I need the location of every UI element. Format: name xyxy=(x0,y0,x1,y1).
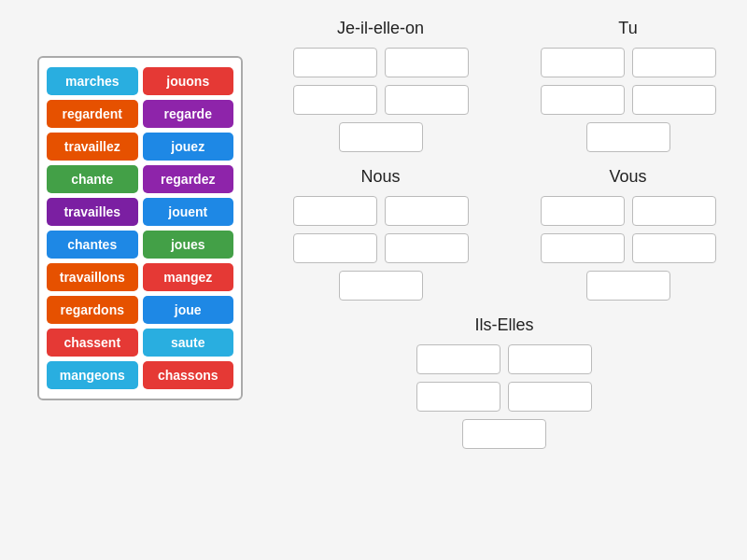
word-btn-chante[interactable]: chante xyxy=(47,165,138,193)
drop-box[interactable] xyxy=(632,196,716,226)
word-btn-jouez[interactable]: jouez xyxy=(143,133,234,161)
word-btn-saute[interactable]: saute xyxy=(143,329,234,357)
drop-box[interactable] xyxy=(541,85,625,115)
drop-zones: Je-il-elle-on Tu xyxy=(271,19,738,466)
drop-box[interactable] xyxy=(462,419,546,449)
drop-box[interactable] xyxy=(385,196,469,226)
drop-box[interactable] xyxy=(541,233,625,263)
drop-box[interactable] xyxy=(293,196,377,226)
drop-box[interactable] xyxy=(385,233,469,263)
word-btn-mangeons[interactable]: mangeons xyxy=(47,361,138,389)
drop-box[interactable] xyxy=(339,122,423,152)
word-btn-chassent[interactable]: chassent xyxy=(47,329,138,357)
drop-box[interactable] xyxy=(632,85,716,115)
drop-box[interactable] xyxy=(385,85,469,115)
word-btn-chassons[interactable]: chassons xyxy=(143,361,234,389)
word-btn-marches[interactable]: marches xyxy=(47,67,138,95)
section-nous: Nous xyxy=(271,167,490,308)
drop-box[interactable] xyxy=(508,382,592,412)
word-btn-mangez[interactable]: mangez xyxy=(143,263,234,291)
section-tu: Tu xyxy=(518,19,738,160)
section-ils-elles-title: Ils-Elles xyxy=(271,315,738,335)
drop-box[interactable] xyxy=(508,344,592,374)
word-btn-regardez[interactable]: regardez xyxy=(143,165,234,193)
word-btn-travaillons[interactable]: travaillons xyxy=(47,263,138,291)
section-ils-elles: Ils-Elles xyxy=(271,315,738,449)
word-btn-regarde[interactable]: regarde xyxy=(143,100,234,128)
word-btn-travaillez[interactable]: travaillez xyxy=(47,133,138,161)
word-btn-chantes[interactable]: chantes xyxy=(47,231,138,259)
word-bank: marchesjouonsregardentregardetravaillezj… xyxy=(37,56,243,400)
word-btn-jouons[interactable]: jouons xyxy=(143,67,234,95)
word-btn-travailles[interactable]: travailles xyxy=(47,198,138,226)
word-btn-regardons[interactable]: regardons xyxy=(47,296,138,324)
drop-box[interactable] xyxy=(586,271,670,301)
drop-box[interactable] xyxy=(416,344,500,374)
drop-box[interactable] xyxy=(293,233,377,263)
drop-box[interactable] xyxy=(632,233,716,263)
drop-box[interactable] xyxy=(339,271,423,301)
section-je-il-elle-on-title: Je-il-elle-on xyxy=(271,19,490,38)
section-vous-title: Vous xyxy=(518,167,738,187)
word-btn-jouent[interactable]: jouent xyxy=(143,198,234,226)
word-btn-joues[interactable]: joues xyxy=(143,231,234,259)
drop-box[interactable] xyxy=(293,85,377,115)
drop-box[interactable] xyxy=(632,48,716,77)
section-je-il-elle-on: Je-il-elle-on xyxy=(271,19,490,160)
drop-box[interactable] xyxy=(541,196,625,226)
section-nous-title: Nous xyxy=(271,167,490,187)
drop-box[interactable] xyxy=(586,122,670,152)
drop-box[interactable] xyxy=(293,48,377,77)
drop-box[interactable] xyxy=(416,382,500,412)
word-btn-joue[interactable]: joue xyxy=(143,296,234,324)
word-btn-regardent[interactable]: regardent xyxy=(47,100,138,128)
section-vous: Vous xyxy=(518,167,738,308)
section-tu-title: Tu xyxy=(518,19,738,38)
drop-box[interactable] xyxy=(385,48,469,77)
drop-box[interactable] xyxy=(541,48,625,77)
